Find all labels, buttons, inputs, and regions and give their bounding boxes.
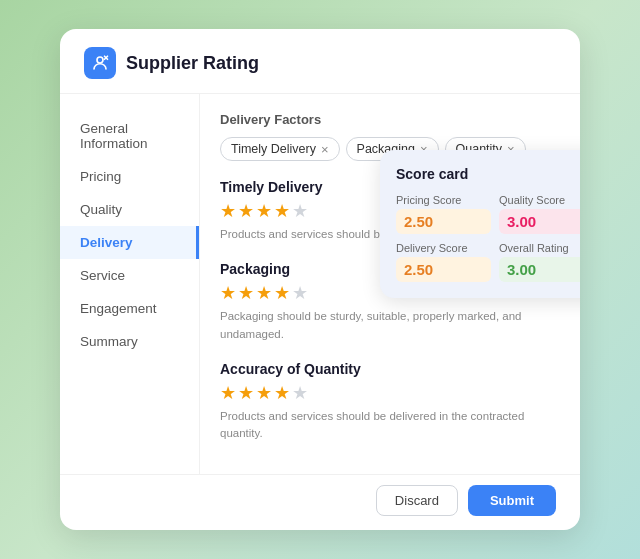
star-5: ★ — [292, 200, 308, 222]
scorecard-title: Score card — [396, 166, 580, 182]
sidebar-item-delivery[interactable]: Delivery — [60, 226, 199, 259]
score-value-overall: 3.00 — [499, 257, 580, 282]
tag-close-timely[interactable]: × — [321, 143, 329, 156]
star-2: ★ — [238, 382, 254, 404]
score-label-overall: Overall Rating — [499, 242, 580, 254]
discard-button[interactable]: Discard — [376, 485, 458, 516]
card-body: General Information Pricing Quality Deli… — [60, 94, 580, 474]
star-4: ★ — [274, 282, 290, 304]
star-2: ★ — [238, 200, 254, 222]
score-cell-quality: Quality Score 3.00 — [499, 194, 580, 234]
star-5: ★ — [292, 382, 308, 404]
delivery-desc-packaging: Packaging should be sturdy, suitable, pr… — [220, 308, 560, 343]
submit-button[interactable]: Submit — [468, 485, 556, 516]
app-icon — [84, 47, 116, 79]
svg-point-0 — [97, 57, 103, 63]
footer: Discard Submit — [60, 474, 580, 530]
bottom-row: Accuracy of Quantity ★ ★ ★ ★ ★ Products … — [220, 361, 560, 461]
card-header: Supplier Rating — [60, 29, 580, 94]
sidebar-item-engagement[interactable]: Engagement — [60, 292, 199, 325]
score-label-pricing: Pricing Score — [396, 194, 491, 206]
scorecard: Score card Pricing Score 2.50 Quality Sc… — [380, 150, 580, 298]
star-1: ★ — [220, 282, 236, 304]
section-title: Delivery Factors — [220, 112, 560, 127]
tag-label: Timely Delivery — [231, 142, 316, 156]
score-grid: Pricing Score 2.50 Quality Score 3.00 De… — [396, 194, 580, 282]
sidebar-item-quality[interactable]: Quality — [60, 193, 199, 226]
score-cell-pricing: Pricing Score 2.50 — [396, 194, 491, 234]
delivery-item-quantity: Accuracy of Quantity ★ ★ ★ ★ ★ Products … — [220, 361, 560, 443]
main-content: Delivery Factors Timely Delivery × Packa… — [200, 94, 580, 474]
star-5: ★ — [292, 282, 308, 304]
star-2: ★ — [238, 282, 254, 304]
score-label-quality: Quality Score — [499, 194, 580, 206]
sidebar-item-summary[interactable]: Summary — [60, 325, 199, 358]
page-title: Supplier Rating — [126, 53, 259, 74]
sidebar-item-service[interactable]: Service — [60, 259, 199, 292]
tag-timely-delivery: Timely Delivery × — [220, 137, 340, 161]
sidebar-item-general[interactable]: General Information — [60, 112, 199, 160]
star-1: ★ — [220, 200, 236, 222]
star-3: ★ — [256, 382, 272, 404]
star-4: ★ — [274, 382, 290, 404]
score-value-quality: 3.00 — [499, 209, 580, 234]
delivery-title-quantity: Accuracy of Quantity — [220, 361, 560, 377]
score-label-delivery: Delivery Score — [396, 242, 491, 254]
score-cell-delivery: Delivery Score 2.50 — [396, 242, 491, 282]
delivery-desc-quantity: Products and services should be delivere… — [220, 408, 560, 443]
star-1: ★ — [220, 382, 236, 404]
score-value-pricing: 2.50 — [396, 209, 491, 234]
stars-quantity: ★ ★ ★ ★ ★ — [220, 382, 560, 404]
star-3: ★ — [256, 282, 272, 304]
main-card: Supplier Rating General Information Pric… — [60, 29, 580, 530]
star-4: ★ — [274, 200, 290, 222]
sidebar-item-pricing[interactable]: Pricing — [60, 160, 199, 193]
sidebar: General Information Pricing Quality Deli… — [60, 94, 200, 474]
score-cell-overall: Overall Rating 3.00 — [499, 242, 580, 282]
score-value-delivery: 2.50 — [396, 257, 491, 282]
star-3: ★ — [256, 200, 272, 222]
